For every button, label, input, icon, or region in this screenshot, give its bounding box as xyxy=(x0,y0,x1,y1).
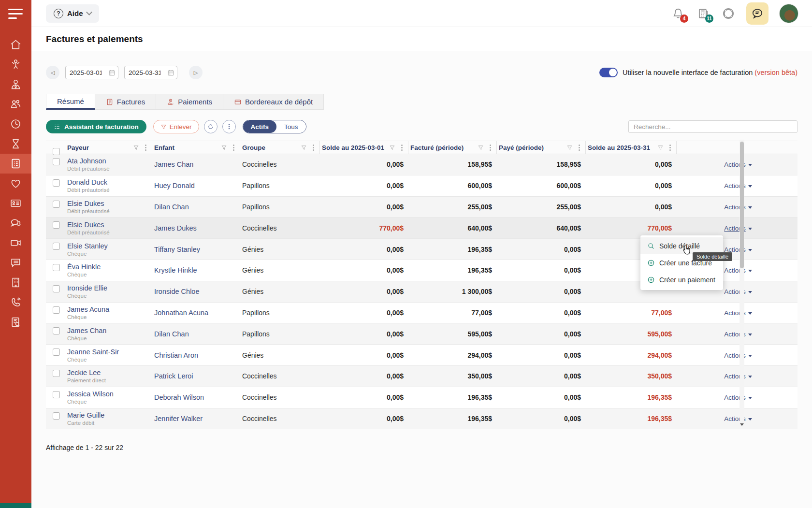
payer-link[interactable]: James Chan xyxy=(67,327,152,334)
filter-icon[interactable] xyxy=(657,145,664,151)
sidebar-item-staff[interactable] xyxy=(0,74,31,94)
column-groupe[interactable]: Groupe xyxy=(242,144,265,151)
menu-item-solde-detaille[interactable]: Solde détaillé xyxy=(640,237,723,254)
beta-interface-toggle[interactable] xyxy=(599,68,618,77)
child-link[interactable]: Huey Donald xyxy=(154,182,195,189)
child-link[interactable]: Dilan Chan xyxy=(154,330,189,338)
row-actions-button[interactable]: Actions xyxy=(724,373,752,380)
sidebar-item-notes[interactable] xyxy=(0,253,31,273)
end-date-input[interactable] xyxy=(125,69,164,76)
sidebar-item-home[interactable] xyxy=(0,35,31,55)
vertical-scrollbar[interactable] xyxy=(740,140,744,427)
calendar-icon[interactable] xyxy=(164,66,177,79)
payer-link[interactable]: Elsie Dukes xyxy=(67,200,152,207)
billing-assistant-button[interactable]: Assistant de facturation xyxy=(46,120,146,133)
row-actions-button[interactable]: Actions xyxy=(724,394,752,401)
filter-icon[interactable] xyxy=(221,145,227,151)
row-actions-button[interactable]: Actions xyxy=(724,182,752,189)
row-actions-button[interactable]: Actions xyxy=(724,267,752,274)
sidebar-item-reports[interactable] xyxy=(0,312,31,332)
column-paye[interactable]: Payé (période) xyxy=(499,144,544,151)
sidebar-item-video[interactable] xyxy=(0,233,31,253)
column-payer[interactable]: Payeur xyxy=(67,144,89,151)
row-actions-button[interactable]: Actions xyxy=(724,203,752,211)
row-actions-button[interactable]: Actions xyxy=(724,225,752,232)
row-actions-button[interactable]: Actions xyxy=(724,352,752,359)
column-menu-icon[interactable] xyxy=(142,145,149,151)
scrollbar-thumb[interactable] xyxy=(740,142,744,268)
row-checkbox[interactable] xyxy=(53,158,60,165)
calendar-icon[interactable] xyxy=(105,66,118,79)
child-link[interactable]: James Chan xyxy=(154,160,193,168)
sidebar-item-billing[interactable] xyxy=(0,154,31,174)
payer-link[interactable]: Jessica Wilson xyxy=(67,390,152,398)
help-button[interactable]: ? Aide xyxy=(46,4,99,23)
sidebar-item-waitlist[interactable] xyxy=(0,134,31,154)
row-checkbox[interactable] xyxy=(53,348,60,356)
row-checkbox[interactable] xyxy=(53,327,60,334)
row-checkbox[interactable] xyxy=(53,221,60,229)
remove-filter-button[interactable]: Enlever xyxy=(153,120,199,133)
sidebar-item-contacts[interactable] xyxy=(0,193,31,213)
column-menu-icon[interactable] xyxy=(310,145,317,151)
sidebar-item-schedule[interactable] xyxy=(0,114,31,134)
segment-tous[interactable]: Tous xyxy=(276,120,306,133)
menu-hamburger-icon[interactable] xyxy=(8,9,23,20)
chat-button[interactable] xyxy=(746,2,768,25)
row-actions-button[interactable]: Actions xyxy=(724,161,752,168)
child-link[interactable]: Johnathan Acuna xyxy=(154,309,208,317)
scrollbar-down-arrow[interactable] xyxy=(740,421,744,427)
column-menu-icon[interactable] xyxy=(398,145,405,151)
payer-link[interactable]: James Acuna xyxy=(67,305,152,313)
child-link[interactable]: Christian Aron xyxy=(154,351,198,359)
column-enfant[interactable]: Enfant xyxy=(154,144,174,151)
column-menu-icon[interactable] xyxy=(230,145,237,151)
tab-paiements[interactable]: Paiements xyxy=(156,94,223,110)
row-checkbox[interactable] xyxy=(53,179,60,187)
sidebar-item-messaging[interactable] xyxy=(0,213,31,233)
row-checkbox[interactable] xyxy=(53,412,60,420)
row-checkbox[interactable] xyxy=(53,391,60,398)
filter-icon[interactable] xyxy=(133,145,139,151)
support-button[interactable] xyxy=(721,6,736,21)
payer-link[interactable]: Ata Johnson xyxy=(67,157,152,165)
payer-link[interactable]: Marie Guille xyxy=(67,411,152,419)
child-link[interactable]: Dilan Chan xyxy=(154,203,189,211)
row-checkbox[interactable] xyxy=(53,285,60,292)
next-period-button[interactable]: ▷ xyxy=(189,66,203,79)
filter-icon[interactable] xyxy=(301,145,307,151)
child-link[interactable]: Krystle Hinkle xyxy=(154,266,197,274)
column-solde-debut[interactable]: Solde au 2025-03-01 xyxy=(322,144,384,151)
column-menu-icon[interactable] xyxy=(487,145,493,151)
tab-bordereaux[interactable]: Bordereaux de dépôt xyxy=(223,94,324,110)
payer-link[interactable]: Jeckie Lee xyxy=(67,369,152,377)
sidebar-item-organization[interactable] xyxy=(0,273,31,292)
row-actions-button[interactable]: Actions xyxy=(724,288,752,295)
filter-icon[interactable] xyxy=(478,145,484,151)
payer-link[interactable]: Donald Duck xyxy=(67,178,152,186)
row-actions-button[interactable]: Actions xyxy=(724,309,752,317)
row-checkbox[interactable] xyxy=(53,306,60,314)
child-link[interactable]: James Dukes xyxy=(154,224,197,232)
search-input[interactable] xyxy=(629,123,797,131)
child-link[interactable]: Ironside Chloe xyxy=(154,288,200,295)
row-checkbox[interactable] xyxy=(53,243,60,250)
row-checkbox[interactable] xyxy=(53,264,60,271)
sidebar-item-children[interactable] xyxy=(0,55,31,74)
tab-factures[interactable]: Factures xyxy=(95,94,156,110)
payer-link[interactable]: Elsie Stanley xyxy=(67,242,152,250)
row-checkbox[interactable] xyxy=(53,370,60,377)
filter-icon[interactable] xyxy=(566,145,573,151)
payer-link[interactable]: Jeanne Saint-Sir xyxy=(67,348,152,356)
payer-link[interactable]: Éva Hinkle xyxy=(67,263,152,271)
billing-updates-button[interactable]: 11 xyxy=(696,6,710,21)
sidebar-item-families[interactable] xyxy=(0,94,31,114)
row-checkbox[interactable] xyxy=(53,201,60,208)
column-menu-icon[interactable] xyxy=(667,145,673,151)
column-solde-fin[interactable]: Solde au 2025-03-31 xyxy=(588,144,650,151)
sidebar-item-health[interactable] xyxy=(0,174,31,193)
child-link[interactable]: Jennifer Walker xyxy=(154,415,203,422)
filter-icon[interactable] xyxy=(389,145,395,151)
column-menu-icon[interactable] xyxy=(576,145,582,151)
column-facture[interactable]: Facturé (période) xyxy=(410,144,464,151)
